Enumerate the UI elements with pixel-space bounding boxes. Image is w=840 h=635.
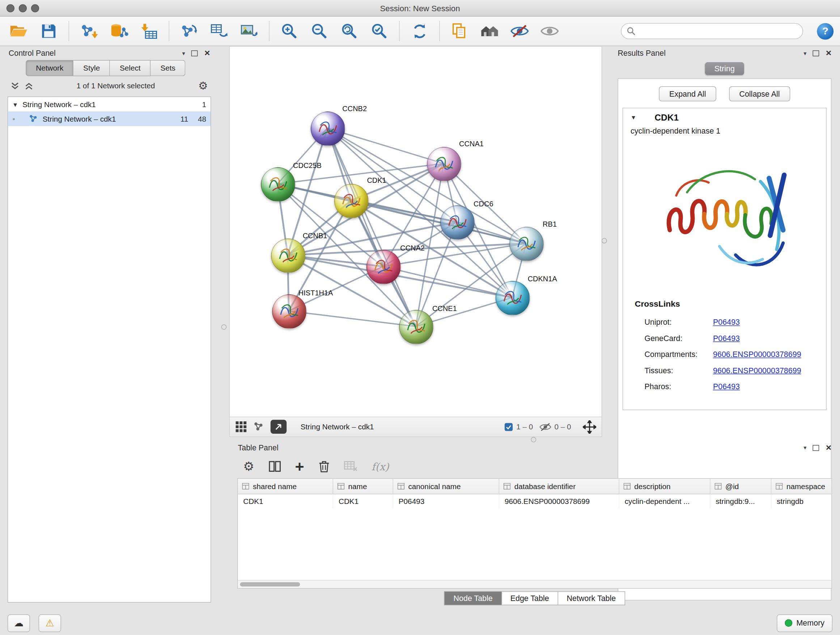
zoom-in-icon[interactable] xyxy=(277,19,302,43)
save-session-icon[interactable] xyxy=(36,19,61,43)
panel-close-icon[interactable]: × xyxy=(204,48,210,58)
network-share-icon[interactable] xyxy=(253,421,264,432)
clone-network-icon[interactable] xyxy=(207,19,232,43)
network-node-CCNA2[interactable] xyxy=(366,250,401,284)
copy-document-icon[interactable] xyxy=(447,19,472,43)
tab-style[interactable]: Style xyxy=(73,60,110,76)
function-builder-icon[interactable]: f(x) xyxy=(371,461,389,472)
zoom-fit-icon[interactable] xyxy=(337,19,362,43)
crosslinks-heading: CrossLinks xyxy=(635,299,818,309)
zoom-selected-icon[interactable] xyxy=(367,19,392,43)
panel-float-icon[interactable] xyxy=(191,50,198,56)
zoom-out-icon[interactable] xyxy=(307,19,332,43)
network-node-CDC25B[interactable] xyxy=(261,167,295,202)
import-table-icon[interactable] xyxy=(137,19,161,43)
open-session-icon[interactable] xyxy=(6,19,31,43)
panel-float-icon[interactable] xyxy=(813,50,819,56)
import-network-database-icon[interactable] xyxy=(107,19,131,43)
network-node-CCNE1[interactable] xyxy=(399,310,433,344)
network-node-CDKN1A[interactable] xyxy=(496,281,530,315)
new-network-from-selection-icon[interactable] xyxy=(177,19,202,43)
gene-disclosure-icon[interactable]: ▼ xyxy=(630,114,636,120)
network-node-CCNB2[interactable] xyxy=(311,111,345,146)
export-image-icon[interactable] xyxy=(237,19,262,43)
birdseye-view-icon[interactable] xyxy=(235,421,247,432)
hide-selected-icon[interactable] xyxy=(507,19,532,43)
scrollbar-thumb[interactable] xyxy=(240,582,300,586)
crosslink-value[interactable]: 9606.ENSP00000378699 xyxy=(713,363,801,378)
crosslink-label: Uniprot: xyxy=(632,314,713,330)
tab-string[interactable]: String xyxy=(705,62,744,75)
pan-crosshair-icon[interactable] xyxy=(583,420,596,433)
table-options-gear-icon[interactable]: ⚙ xyxy=(243,459,254,473)
panel-close-icon[interactable]: × xyxy=(826,48,832,58)
table-horizontal-scrollbar[interactable] xyxy=(238,580,832,588)
crosslink-value[interactable]: P06493 xyxy=(713,314,740,330)
column-header--id[interactable]: @id xyxy=(711,478,772,494)
expand-all-button[interactable]: Expand All xyxy=(659,86,716,101)
table-row[interactable]: CDK1CDK1P064939606.ENSP00000378699cyclin… xyxy=(238,494,832,508)
table-cell: stringdb:9... xyxy=(711,494,772,508)
delete-table-icon[interactable] xyxy=(344,461,358,472)
panel-float-icon[interactable] xyxy=(813,445,819,450)
network-collection-row[interactable]: ▼ String Network – cdk1 1 xyxy=(8,97,210,111)
collapse-all-button[interactable]: Collapse All xyxy=(729,86,790,101)
panel-close-icon[interactable]: × xyxy=(826,443,832,453)
column-header-shared-name[interactable]: shared name xyxy=(238,478,333,494)
network-node-RB1[interactable] xyxy=(509,226,544,261)
expand-all-icon[interactable] xyxy=(25,82,33,90)
splitter-handle[interactable] xyxy=(221,325,227,330)
column-header-name[interactable]: name xyxy=(333,478,393,494)
splitter-handle[interactable] xyxy=(602,238,607,244)
splitter-handle[interactable] xyxy=(531,437,537,442)
tab-node-table[interactable]: Node Table xyxy=(444,591,502,605)
table-cell: CDK1 xyxy=(333,494,393,508)
network-node-CDK1[interactable] xyxy=(334,184,369,218)
open-in-window-icon[interactable] xyxy=(271,420,286,434)
selected-nodes-checkbox-icon[interactable] xyxy=(504,422,513,431)
add-column-icon[interactable]: + xyxy=(295,459,304,474)
column-header-description[interactable]: description xyxy=(619,478,711,494)
panel-menu-icon[interactable]: ▾ xyxy=(804,50,806,57)
crosslink-value[interactable]: P06493 xyxy=(713,330,740,346)
import-network-file-icon[interactable] xyxy=(77,19,101,43)
tab-edge-table[interactable]: Edge Table xyxy=(502,591,558,605)
crosslink-value[interactable]: 9606.ENSP00000378699 xyxy=(713,347,801,363)
crosslink-value[interactable]: P06493 xyxy=(713,378,740,394)
toolbar-separator xyxy=(439,21,439,41)
panel-menu-icon[interactable]: ▾ xyxy=(804,444,806,451)
title-bar: Session: New Session xyxy=(0,0,840,17)
show-columns-icon[interactable] xyxy=(268,461,281,472)
column-header-database-identifier[interactable]: database identifier xyxy=(499,478,619,494)
results-panel-title: Results Panel xyxy=(617,49,665,57)
panel-menu-icon[interactable]: ▾ xyxy=(182,50,185,57)
refresh-icon[interactable] xyxy=(407,19,431,43)
network-options-gear-icon[interactable]: ⚙ xyxy=(198,79,208,92)
network-node-CCNA1[interactable] xyxy=(427,147,461,181)
show-all-icon[interactable] xyxy=(537,19,562,43)
column-header-namespace[interactable]: namespace xyxy=(771,478,832,494)
memory-button[interactable]: Memory xyxy=(777,614,833,632)
network-row[interactable]: ● String Network – cdk1 11 48 xyxy=(8,111,210,126)
warning-icon[interactable]: ⚠ xyxy=(39,614,61,632)
gene-name: CDK1 xyxy=(654,112,679,122)
hidden-items-eye-icon[interactable] xyxy=(539,422,551,431)
home-networks-icon[interactable] xyxy=(477,19,502,43)
network-node-CDC6[interactable] xyxy=(440,205,475,240)
tab-network[interactable]: Network xyxy=(26,60,73,76)
delete-column-icon[interactable] xyxy=(318,460,330,473)
tab-sets[interactable]: Sets xyxy=(151,60,186,76)
column-header-canonical-name[interactable]: canonical name xyxy=(393,478,499,494)
collapse-all-icon[interactable] xyxy=(11,82,19,90)
network-node-HIST1H1A[interactable] xyxy=(272,295,306,329)
network-canvas[interactable]: CCNB2CCNA1CDC25BCDK1CDC6RB1CCNB1CCNA2CDK… xyxy=(230,47,602,417)
crosslink-row: Compartments:9606.ENSP00000378699 xyxy=(632,347,818,363)
collection-disclosure-icon[interactable]: ▼ xyxy=(12,101,18,108)
help-icon[interactable]: ? xyxy=(817,23,834,40)
tab-select[interactable]: Select xyxy=(110,60,150,76)
network-node-CCNB1[interactable] xyxy=(271,239,305,273)
cloud-icon[interactable]: ☁ xyxy=(8,614,30,632)
tab-network-table[interactable]: Network Table xyxy=(558,591,625,605)
search-input[interactable] xyxy=(638,27,797,36)
memory-label: Memory xyxy=(796,619,824,627)
